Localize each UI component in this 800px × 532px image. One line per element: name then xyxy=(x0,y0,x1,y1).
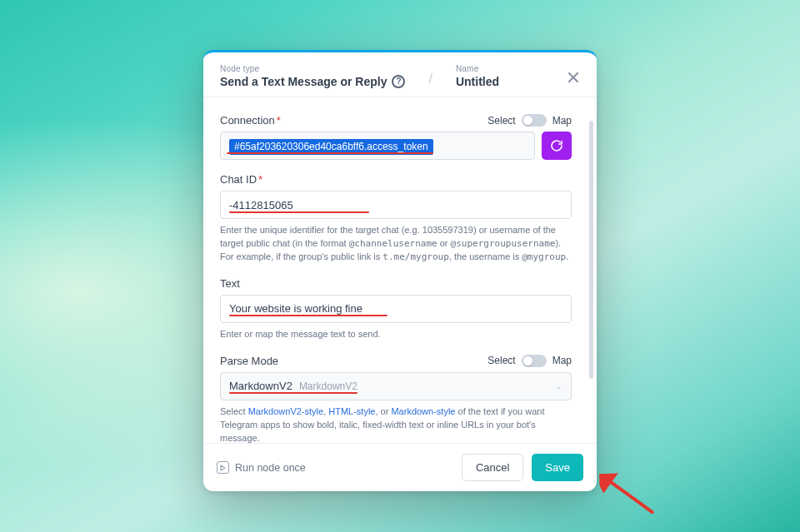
modal-header: Node type Send a Text Message or Reply ?… xyxy=(203,52,597,97)
connection-input[interactable]: #65af203620306ed40ca6bff6.access_token xyxy=(220,132,535,160)
parse-mode-label: Parse Mode xyxy=(220,355,278,367)
connection-toggle: Select Map xyxy=(488,114,572,127)
header-separator: / xyxy=(428,72,432,88)
modal-body: Connection* Select Map #65af203620306ed4… xyxy=(203,97,597,443)
field-parse-mode: Parse Mode Select Map MarkdownV2 Markdow… xyxy=(220,355,572,443)
close-icon xyxy=(566,70,581,85)
field-text: Text Enter or map the message text to se… xyxy=(220,277,572,341)
node-settings-modal: Node type Send a Text Message or Reply ?… xyxy=(203,50,597,491)
name-label: Name xyxy=(456,64,499,73)
field-chat-id: Chat ID* Enter the unique identifier for… xyxy=(220,173,572,264)
refresh-icon xyxy=(550,139,563,152)
toggle-switch[interactable] xyxy=(522,114,547,127)
parse-mode-toggle: Select Map xyxy=(488,355,572,367)
connection-chip: #65af203620306ed40ca6bff6.access_token xyxy=(229,139,433,155)
chevron-down-icon: ⌄ xyxy=(555,380,562,391)
toggle-select-label: Select xyxy=(488,115,515,127)
annotation-arrow xyxy=(599,472,659,520)
parse-mode-sub: MarkdownV2 xyxy=(299,380,358,392)
link-markdown-style[interactable]: Markdown-style xyxy=(391,406,455,416)
save-button[interactable]: Save xyxy=(532,454,583,481)
node-type-value: Send a Text Message or Reply ? xyxy=(220,75,405,88)
link-markdownv2[interactable]: MarkdownV2-style xyxy=(248,406,323,416)
chat-id-input[interactable] xyxy=(229,199,369,211)
name-block: Name Untitled xyxy=(456,64,499,88)
cancel-button[interactable]: Cancel xyxy=(462,454,523,481)
parse-mode-value: MarkdownV2 xyxy=(229,380,292,392)
field-connection: Connection* Select Map #65af203620306ed4… xyxy=(220,114,572,160)
help-icon[interactable]: ? xyxy=(392,75,405,88)
text-input[interactable] xyxy=(229,302,388,315)
chat-id-help: Enter the unique identifier for the targ… xyxy=(220,224,572,264)
connection-label: Connection* xyxy=(220,114,281,127)
chat-id-label: Chat ID* xyxy=(220,173,262,186)
play-icon xyxy=(217,461,229,474)
run-node-once[interactable]: Run node once xyxy=(217,461,306,474)
name-value[interactable]: Untitled xyxy=(456,75,499,88)
node-type-block: Node type Send a Text Message or Reply ? xyxy=(220,64,405,88)
toggle-switch[interactable] xyxy=(522,355,547,367)
toggle-map-label: Map xyxy=(552,115,572,127)
link-html-style[interactable]: HTML-style xyxy=(328,406,375,416)
chat-id-input-box xyxy=(220,191,572,219)
refresh-button[interactable] xyxy=(542,132,572,160)
modal-footer: Run node once Cancel Save xyxy=(203,443,597,491)
parse-mode-select[interactable]: MarkdownV2 MarkdownV2 ⌄ xyxy=(220,372,572,400)
parse-mode-help: Select MarkdownV2-style, HTML-style, or … xyxy=(220,405,572,443)
node-type-label: Node type xyxy=(220,64,405,73)
text-input-box xyxy=(220,295,572,323)
text-label: Text xyxy=(220,277,240,290)
close-button[interactable] xyxy=(562,66,585,89)
scrollbar[interactable] xyxy=(589,121,593,379)
text-help: Enter or map the message text to send. xyxy=(220,328,572,341)
